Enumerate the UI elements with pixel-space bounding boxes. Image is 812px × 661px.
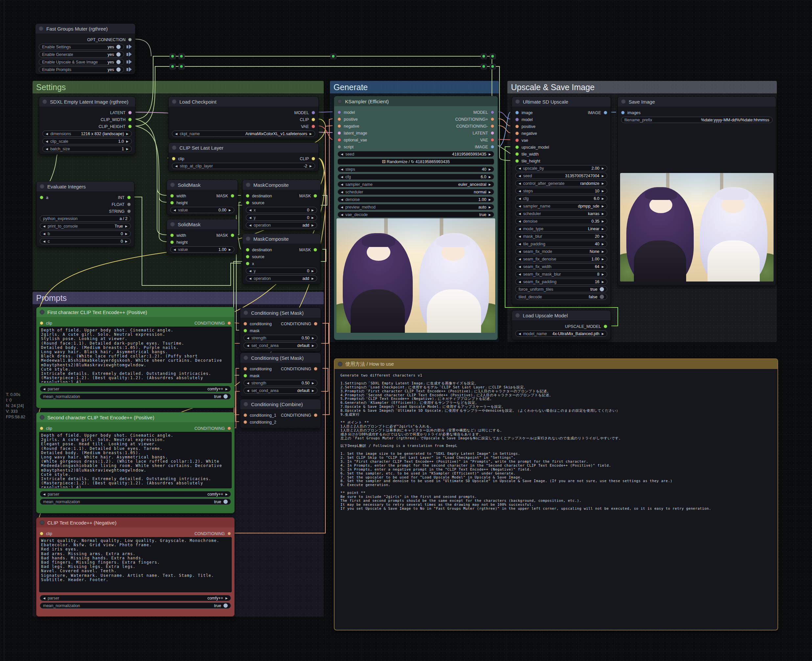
reroute-node[interactable]: [178, 54, 185, 59]
collapse-dot-icon[interactable]: [338, 362, 342, 366]
solidmask-2[interactable]: SolidMaskwidthMASKheight◀value1.00▶: [167, 219, 238, 254]
widget-Enable Upscale & Save Image[interactable]: Enable Upscale & Save Imageyes: [39, 59, 124, 65]
input-port-destination[interactable]: destination: [246, 247, 272, 252]
input-port-clip[interactable]: clip: [40, 532, 52, 536]
randomize-seed-button[interactable]: ⚄ Randomize / ↻ 418195865993435: [338, 158, 494, 165]
output-port-CONDITIONING-[interactable]: CONDITIONING-: [456, 124, 494, 129]
output-dot-icon[interactable]: [490, 117, 494, 121]
increment-arrow-icon[interactable]: ▶: [312, 209, 314, 212]
widget-steps[interactable]: ◀steps10▶: [515, 188, 607, 194]
conditioning-set-mask-1[interactable]: Conditioning (Set Mask)conditioningCONDI…: [240, 308, 321, 351]
increment-arrow-icon[interactable]: ▶: [602, 273, 604, 276]
toggle-dot-icon[interactable]: [600, 295, 604, 299]
input-dot-icon[interactable]: [515, 145, 519, 149]
increment-arrow-icon[interactable]: ▶: [312, 277, 314, 280]
collapse-dot-icon[interactable]: [338, 99, 342, 104]
decrement-arrow-icon[interactable]: ◀: [341, 190, 343, 194]
input-port-upscale_model[interactable]: upscale_model: [515, 145, 549, 150]
increment-arrow-icon[interactable]: ▶: [602, 332, 604, 335]
collapse-dot-icon[interactable]: [40, 415, 45, 420]
increment-arrow-icon[interactable]: ▶: [312, 216, 314, 219]
decrement-arrow-icon[interactable]: ◀: [519, 197, 521, 200]
output-port-CLIP_WIDTH[interactable]: CLIP_WIDTH: [100, 117, 132, 122]
output-dot-icon[interactable]: [128, 125, 132, 128]
decrement-arrow-icon[interactable]: ◀: [519, 220, 521, 223]
increment-arrow-icon[interactable]: ▶: [125, 232, 127, 235]
decrement-arrow-icon[interactable]: ◀: [247, 382, 249, 385]
reroute-node[interactable]: [490, 54, 496, 59]
solidmask-1-title-bar[interactable]: SolidMask: [167, 180, 237, 190]
input-port-conditioning_1[interactable]: conditioning_1: [244, 413, 276, 418]
input-dot-icon[interactable]: [170, 201, 174, 204]
increment-arrow-icon[interactable]: ▶: [602, 174, 604, 177]
increment-arrow-icon[interactable]: ▶: [126, 140, 129, 143]
increment-arrow-icon[interactable]: ▶: [602, 204, 604, 208]
output-port-MODEL[interactable]: MODEL: [473, 110, 494, 115]
output-dot-icon[interactable]: [490, 110, 494, 114]
increment-arrow-icon[interactable]: ▶: [225, 597, 228, 600]
input-dot-icon[interactable]: [244, 414, 247, 417]
increment-arrow-icon[interactable]: ▶: [489, 213, 491, 216]
input-dot-icon[interactable]: [515, 139, 519, 142]
input-dot-icon[interactable]: [338, 145, 341, 148]
decrement-arrow-icon[interactable]: ◀: [519, 167, 521, 170]
save-image[interactable]: Save Imageimagesfilename_prefix%date:yyy…: [618, 96, 776, 286]
output-dot-icon[interactable]: [228, 321, 231, 325]
evaluate-integers[interactable]: Evaluate IntegersaINTFLOATSTRINGpython_e…: [36, 181, 134, 247]
input-dot-icon[interactable]: [338, 124, 341, 128]
widget-value[interactable]: ◀value0.00▶: [170, 207, 234, 213]
widget-seam_fix_width[interactable]: ◀seam_fix_width64▶: [515, 263, 607, 270]
clip-set-last-layer-title-bar[interactable]: CLIP Set Last Layer: [169, 143, 318, 153]
input-port-negative[interactable]: negative: [515, 131, 537, 136]
output-dot-icon[interactable]: [314, 367, 317, 370]
decrement-arrow-icon[interactable]: ◀: [43, 493, 45, 496]
clip-text-encode-negative[interactable]: CLIP Text Encode++ (Negative)clipCONDITI…: [36, 517, 235, 616]
widget-mask_blur[interactable]: ◀mask_blur20▶: [515, 233, 607, 239]
first-character-clip-text-encode-positive[interactable]: First character CLIP Text Encode++ (Posi…: [36, 307, 235, 408]
widget-parser[interactable]: ◀parsercomfy++▶: [40, 491, 231, 497]
output-dot-icon[interactable]: [128, 118, 132, 121]
maskcomposite-1-title-bar[interactable]: MaskComposite: [242, 180, 320, 190]
decrement-arrow-icon[interactable]: ◀: [247, 337, 249, 340]
output-port-MASK[interactable]: MASK: [299, 194, 317, 198]
increment-arrow-icon[interactable]: ▶: [489, 183, 491, 186]
widget-cfg[interactable]: ◀cfg6.0▶: [338, 174, 494, 180]
collapse-dot-icon[interactable]: [244, 356, 248, 360]
output-port-FLOAT[interactable]: FLOAT: [112, 202, 131, 207]
collapse-dot-icon[interactable]: [246, 182, 250, 187]
input-port-vae[interactable]: vae: [515, 138, 528, 143]
widget-seam_fix_mask_blur[interactable]: ◀seam_fix_mask_blur8▶: [515, 271, 607, 277]
ultimate-sd-upscale[interactable]: Ultimate SD UpscaleimageIMAGEmodelpositi…: [512, 96, 611, 305]
input-port-a[interactable]: a: [40, 195, 48, 200]
toggle-dot-icon[interactable]: [223, 394, 228, 399]
output-dot-icon[interactable]: [127, 196, 131, 199]
collapse-dot-icon[interactable]: [515, 313, 520, 318]
output-port-CLIP[interactable]: CLIP: [300, 117, 315, 122]
increment-arrow-icon[interactable]: ▶: [602, 167, 604, 170]
input-dot-icon[interactable]: [244, 367, 247, 370]
output-port-CONDITIONING+[interactable]: CONDITIONING+: [455, 117, 494, 122]
collapse-dot-icon[interactable]: [244, 402, 248, 407]
increment-arrow-icon[interactable]: ▶: [602, 280, 604, 283]
output-port-IMAGE[interactable]: IMAGE: [475, 145, 494, 149]
toggle-dot-icon[interactable]: [116, 67, 121, 72]
decrement-arrow-icon[interactable]: ◀: [46, 140, 48, 143]
input-port-model[interactable]: model: [515, 117, 533, 122]
input-dot-icon[interactable]: [515, 111, 519, 115]
widget-tiled_decode[interactable]: tiled_decodefalse: [515, 294, 607, 300]
increment-arrow-icon[interactable]: ▶: [602, 265, 604, 268]
input-dot-icon[interactable]: [246, 194, 249, 198]
collapse-dot-icon[interactable]: [40, 520, 45, 525]
widget-y[interactable]: ◀y0▶: [246, 268, 317, 274]
input-port-source[interactable]: source: [246, 254, 264, 259]
widget-model_name[interactable]: ◀model_name4x-UltraMix_Balanced.pth▶: [515, 330, 607, 337]
solidmask-2-title-bar[interactable]: SolidMask: [167, 219, 237, 229]
input-port-width[interactable]: width: [170, 233, 186, 238]
increment-arrow-icon[interactable]: ▶: [602, 212, 604, 216]
sdxl-empty-latent-image-title-bar[interactable]: SDXL Empty Latent Image (rgthree): [39, 97, 135, 107]
output-dot-icon[interactable]: [490, 138, 494, 142]
input-dot-icon[interactable]: [338, 131, 341, 135]
output-port-STRING[interactable]: STRING: [109, 209, 131, 214]
decrement-arrow-icon[interactable]: ◀: [175, 132, 177, 136]
input-dot-icon[interactable]: [40, 426, 43, 430]
